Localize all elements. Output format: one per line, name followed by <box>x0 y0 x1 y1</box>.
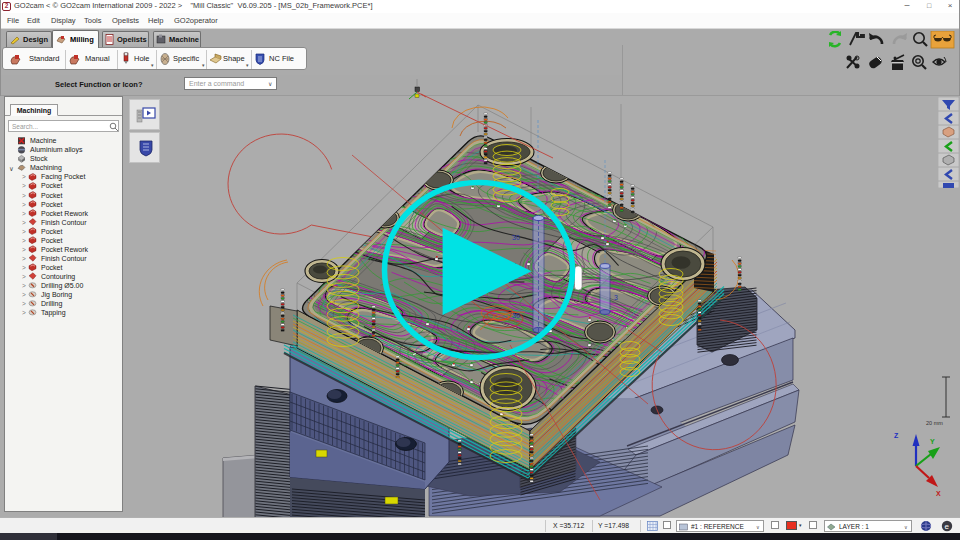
svg-text:Drilling Ø5.00: Drilling Ø5.00 <box>41 282 84 290</box>
svg-text:3: 3 <box>614 294 618 301</box>
svg-text:Finish Contour: Finish Contour <box>41 219 87 226</box>
svg-text:∨: ∨ <box>9 165 14 172</box>
svg-text:>: > <box>22 255 26 262</box>
svg-text:>: > <box>22 291 26 298</box>
svg-text:>: > <box>22 173 26 180</box>
svg-text:Contouring: Contouring <box>41 273 75 281</box>
svg-text:>: > <box>22 282 26 289</box>
svg-text:>: > <box>22 264 26 271</box>
svg-text:Y: Y <box>930 438 935 445</box>
svg-text:e: e <box>945 522 950 531</box>
svg-text:Z: Z <box>894 432 899 439</box>
svg-text:Drilling: Drilling <box>41 300 63 308</box>
svg-text:Pocket: Pocket <box>41 237 62 244</box>
svg-text:>: > <box>22 192 26 199</box>
svg-text:>: > <box>22 219 26 226</box>
svg-text:20 mm: 20 mm <box>926 420 943 426</box>
svg-text:Tapping: Tapping <box>41 309 66 317</box>
svg-text:>: > <box>22 300 26 307</box>
svg-text:>: > <box>22 210 26 217</box>
svg-text:>: > <box>22 228 26 235</box>
svg-text:Finish Contour: Finish Contour <box>41 255 87 262</box>
svg-text:Pocket: Pocket <box>41 182 62 189</box>
svg-text:>: > <box>22 309 26 316</box>
svg-text:Aluminium alloys: Aluminium alloys <box>30 146 83 154</box>
svg-text:>: > <box>22 273 26 280</box>
svg-text:Stock: Stock <box>30 155 48 162</box>
svg-text:Pocket Rework: Pocket Rework <box>41 210 89 217</box>
svg-text:Pocket Rework: Pocket Rework <box>41 246 89 253</box>
svg-text:Pocket: Pocket <box>41 228 62 235</box>
svg-text:>: > <box>22 237 26 244</box>
svg-text:>: > <box>22 182 26 189</box>
svg-text:30: 30 <box>512 312 520 319</box>
svg-text:Pocket: Pocket <box>41 192 62 199</box>
svg-text:Machining: Machining <box>30 164 62 172</box>
svg-text:Pocket: Pocket <box>41 264 62 271</box>
svg-text:X: X <box>936 490 941 497</box>
svg-text:Pocket: Pocket <box>41 201 62 208</box>
svg-text:>: > <box>22 201 26 208</box>
svg-text:Facing Pocket: Facing Pocket <box>41 173 85 181</box>
svg-text:Jig Boring: Jig Boring <box>41 291 72 299</box>
svg-text:>: > <box>22 246 26 253</box>
svg-text:Machine: Machine <box>30 137 57 144</box>
svg-text:30: 30 <box>512 234 520 241</box>
